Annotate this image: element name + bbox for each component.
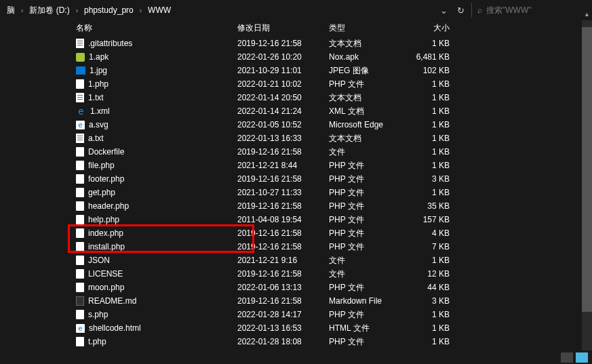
- breadcrumb[interactable]: 脑 › 新加卷 (D:) › phpstudy_pro › WWW: [5, 5, 433, 16]
- file-size: 35 KB: [403, 201, 458, 211]
- file-name: 1.php: [88, 79, 108, 89]
- file-row[interactable]: help.php2011-04-08 19:54PHP 文件157 KB: [68, 213, 592, 226]
- file-date: 2019-12-16 21:58: [237, 201, 329, 211]
- file-size: 1 KB: [403, 79, 458, 89]
- file-date: 2022-01-13 16:33: [237, 134, 329, 143]
- file-size: 6,481 KB: [403, 52, 458, 62]
- file-type: Nox.apk: [329, 52, 403, 62]
- file-date: 2021-12-21 9:16: [237, 256, 329, 265]
- file-name: README.md: [88, 296, 136, 306]
- file-name: file.php: [88, 161, 115, 170]
- column-header-name[interactable]: 名称: [68, 22, 237, 34]
- file-row[interactable]: footer.php2019-12-16 21:58PHP 文件3 KB: [68, 172, 592, 186]
- chevron-right-icon: ›: [137, 7, 144, 14]
- file-date: 2019-12-16 21:58: [237, 269, 329, 279]
- ie-file-icon: e: [76, 106, 86, 117]
- file-row[interactable]: .gitattributes2019-12-16 21:58文本文档1 KB: [68, 37, 592, 50]
- column-header-size[interactable]: 大小: [403, 22, 458, 34]
- scroll-up-icon[interactable]: ▲: [582, 9, 592, 19]
- file-row[interactable]: eshellcode.html2022-01-13 16:53HTML 文件1 …: [68, 321, 592, 335]
- file-row[interactable]: 1.txt2022-01-14 20:50文本文档1 KB: [68, 91, 592, 104]
- file-row[interactable]: 1.jpg2021-10-29 11:01JPEG 图像102 KB: [68, 64, 592, 77]
- file-size: 44 KB: [403, 283, 458, 292]
- file-row[interactable]: moon.php2022-01-06 13:13PHP 文件44 KB: [68, 281, 592, 294]
- breadcrumb-item[interactable]: WWW: [146, 5, 172, 15]
- taskbar-item[interactable]: [576, 352, 588, 363]
- file-date: 2011-04-08 19:54: [237, 215, 329, 224]
- text-file-icon: [76, 39, 84, 48]
- file-row[interactable]: Dockerfile2019-12-16 21:58文件1 KB: [68, 145, 592, 159]
- column-header-date[interactable]: 修改日期: [237, 22, 329, 34]
- file-size: 1 KB: [403, 256, 458, 265]
- file-icon: [76, 242, 84, 251]
- breadcrumb-item[interactable]: 新加卷 (D:): [28, 5, 71, 16]
- file-name: shellcode.html: [89, 323, 141, 333]
- file-type: PHP 文件: [329, 241, 403, 253]
- file-name: a.txt: [88, 134, 104, 143]
- file-type: Markdown File: [329, 296, 403, 306]
- file-row[interactable]: e1.xml2022-01-14 21:24XML 文档1 KB: [68, 104, 592, 118]
- dropdown-history-icon[interactable]: ⌄: [440, 5, 448, 16]
- file-type: PHP 文件: [329, 336, 403, 348]
- vertical-scrollbar[interactable]: ▲ ▼: [582, 20, 592, 350]
- search-box[interactable]: ⌕: [471, 3, 587, 18]
- file-type: PHP 文件: [329, 174, 403, 185]
- file-icon: [76, 79, 84, 89]
- file-size: 1 KB: [403, 93, 458, 102]
- file-name: install.php: [88, 242, 125, 251]
- file-date: 2022-01-14 21:24: [237, 106, 329, 116]
- file-name: 1.apk: [89, 52, 108, 62]
- file-row[interactable]: 1.apk2022-01-26 10:20Nox.apk6,481 KB: [68, 50, 592, 64]
- file-name: 1.txt: [88, 93, 104, 102]
- file-date: 2021-10-27 11:33: [237, 188, 329, 197]
- file-date: 2021-12-21 8:44: [237, 161, 329, 170]
- file-icon: [76, 269, 84, 279]
- file-name: Dockerfile: [88, 147, 124, 157]
- file-row[interactable]: ea.svg2022-01-05 10:52Microsoft Edge1 KB: [68, 118, 592, 132]
- file-date: 2022-01-06 13:13: [237, 283, 329, 292]
- file-size: 1 KB: [403, 147, 458, 157]
- file-size: 157 KB: [403, 215, 458, 224]
- file-size: 4 KB: [403, 228, 458, 238]
- breadcrumb-item[interactable]: phpstudy_pro: [83, 5, 135, 15]
- nav-pane[interactable]: [0, 20, 68, 350]
- file-size: 102 KB: [403, 66, 458, 75]
- file-type: PHP 文件: [329, 282, 403, 294]
- file-row[interactable]: index.php2019-12-16 21:58PHP 文件4 KB: [68, 226, 592, 240]
- refresh-icon[interactable]: ↻: [457, 5, 465, 16]
- file-type: PHP 文件: [329, 201, 403, 212]
- file-size: 1 KB: [403, 310, 458, 319]
- file-row[interactable]: JSON2021-12-21 9:16文件1 KB: [68, 254, 592, 267]
- file-date: 2019-12-16 21:58: [237, 147, 329, 157]
- search-input[interactable]: [486, 5, 581, 15]
- file-name: 1.jpg: [90, 66, 107, 75]
- file-name: footer.php: [88, 174, 124, 184]
- file-row[interactable]: file.php2021-12-21 8:44PHP 文件1 KB: [68, 159, 592, 172]
- file-date: 2022-01-28 14:17: [237, 310, 329, 319]
- file-name: index.php: [88, 228, 123, 238]
- column-header-type[interactable]: 类型: [329, 22, 403, 34]
- file-row[interactable]: install.php2019-12-16 21:58PHP 文件7 KB: [68, 240, 592, 254]
- text-file-icon: [76, 93, 84, 102]
- file-row[interactable]: get.php2021-10-27 11:33PHP 文件1 KB: [68, 186, 592, 199]
- scrollbar-thumb[interactable]: [582, 27, 592, 312]
- file-row[interactable]: README.md2019-12-16 21:58Markdown File3 …: [68, 294, 592, 308]
- breadcrumb-item[interactable]: 脑: [5, 5, 16, 16]
- file-date: 2019-12-16 21:58: [237, 242, 329, 251]
- file-row[interactable]: a.txt2022-01-13 16:33文本文档1 KB: [68, 132, 592, 145]
- file-row[interactable]: LICENSE2019-12-16 21:58文件12 KB: [68, 267, 592, 281]
- file-name: s.php: [88, 310, 108, 319]
- file-size: 1 KB: [403, 323, 458, 333]
- taskbar-item[interactable]: [561, 352, 573, 363]
- file-name: t.php: [88, 337, 106, 346]
- file-icon: [76, 201, 84, 211]
- file-row[interactable]: s.php2022-01-28 14:17PHP 文件1 KB: [68, 308, 592, 321]
- file-row[interactable]: t.php2022-01-28 18:08PHP 文件1 KB: [68, 335, 592, 348]
- file-name: help.php: [88, 215, 119, 224]
- file-icon: [76, 310, 84, 319]
- file-row[interactable]: header.php2019-12-16 21:58PHP 文件35 KB: [68, 199, 592, 213]
- file-type: 文本文档: [329, 92, 403, 104]
- file-row[interactable]: 1.php2022-01-21 10:02PHP 文件1 KB: [68, 77, 592, 91]
- file-type: 文本文档: [329, 133, 403, 144]
- file-list-pane: 名称 修改日期 类型 大小 .gitattributes2019-12-16 2…: [68, 20, 592, 350]
